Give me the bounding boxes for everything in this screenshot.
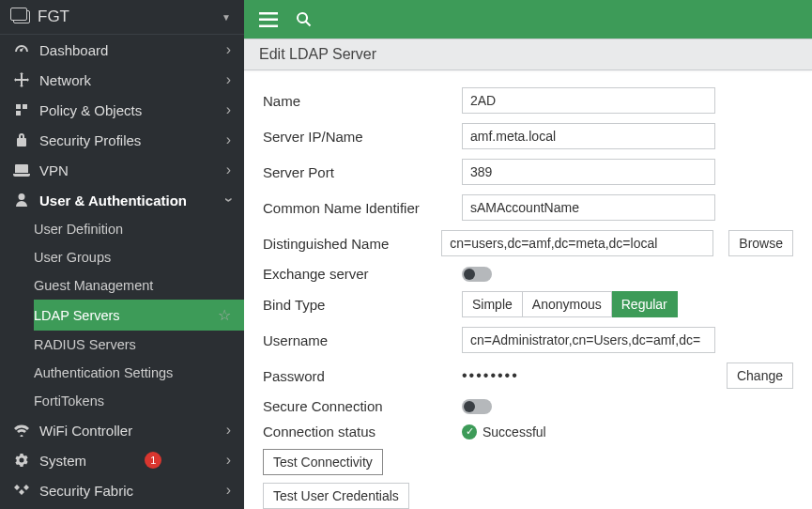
wifi-icon [13, 424, 30, 437]
label-server-port: Server Port [263, 164, 462, 180]
chevron-right-icon: › [226, 482, 231, 499]
sidebar-item-policy[interactable]: Policy & Objects › [0, 95, 244, 125]
connection-status-text: Successful [483, 424, 546, 440]
sidebar-item-label: Policy & Objects [39, 102, 142, 118]
sidebar-item-label: System [39, 453, 86, 469]
browse-button[interactable]: Browse [728, 230, 793, 256]
notification-badge: 1 [145, 452, 161, 469]
test-connectivity-button[interactable]: Test Connectivity [263, 449, 383, 475]
sidebar-item-radius-servers[interactable]: RADIUS Servers [34, 331, 244, 359]
label-bind-type: Bind Type [263, 297, 462, 313]
sidebar-item-system[interactable]: System 1 › [0, 445, 244, 475]
sidebar-item-label: LDAP Servers [34, 308, 120, 323]
brand-name: FGT [38, 8, 69, 26]
success-icon: ✓ [462, 424, 477, 440]
connection-status: ✓ Successful [462, 424, 546, 440]
laptop-icon [13, 163, 30, 177]
sidebar: FGT ▼ Dashboard › Network › [0, 0, 244, 509]
bind-type-simple[interactable]: Simple [462, 291, 523, 317]
lock-icon [13, 132, 30, 147]
sidebar-item-label: Security Fabric [39, 483, 133, 499]
sidebar-menu: Dashboard › Network › Policy & Objects › [0, 35, 244, 509]
sidebar-item-label: VPN [39, 162, 69, 178]
objects-icon [13, 102, 30, 117]
label-cn-identifier: Common Name Identifier [263, 200, 462, 216]
label-username: Username [263, 332, 462, 348]
sidebar-item-network[interactable]: Network › [0, 65, 244, 95]
sidebar-item-label: User Groups [34, 250, 111, 265]
label-connection-status: Connection status [263, 424, 462, 440]
search-icon[interactable] [295, 10, 314, 29]
exchange-server-toggle[interactable] [462, 267, 492, 282]
chevron-right-icon: › [226, 41, 231, 58]
sidebar-item-security-profiles[interactable]: Security Profiles › [0, 125, 244, 155]
chevron-right-icon: › [226, 422, 231, 439]
chevron-down-icon: › [220, 197, 237, 202]
label-server-ip: Server IP/Name [263, 129, 462, 145]
name-input[interactable] [462, 87, 715, 114]
sidebar-item-label: Network [39, 72, 91, 88]
move-icon [13, 72, 30, 87]
sidebar-item-label: User & Authentication [39, 193, 187, 208]
hamburger-icon[interactable] [259, 12, 278, 27]
test-user-credentials-button[interactable]: Test User Credentials [263, 483, 409, 509]
label-name: Name [263, 93, 462, 109]
chevron-right-icon: › [226, 131, 231, 148]
sidebar-item-wifi-controller[interactable]: WiFi Controller › [0, 415, 244, 445]
sidebar-item-guest-management[interactable]: Guest Management [34, 271, 244, 300]
sidebar-item-label: WiFi Controller [39, 423, 132, 439]
fabric-icon [13, 483, 30, 498]
label-distinguished-name: Distinguished Name [263, 236, 441, 252]
username-input[interactable] [462, 327, 715, 353]
password-mask: •••••••• [462, 367, 719, 384]
brand-bar[interactable]: FGT ▼ [0, 0, 244, 35]
label-exchange-server: Exchange server [263, 266, 462, 282]
sidebar-item-security-fabric[interactable]: Security Fabric › [0, 475, 244, 505]
chevron-right-icon: › [226, 452, 231, 469]
change-password-button[interactable]: Change [727, 362, 793, 389]
sidebar-item-label: Authentication Settings [34, 365, 173, 380]
star-icon: ☆ [218, 306, 231, 324]
caret-down-icon: ▼ [222, 12, 231, 23]
sidebar-item-fortitokens[interactable]: FortiTokens [34, 387, 244, 415]
sidebar-item-label: Security Profiles [39, 132, 141, 148]
gauge-icon [13, 42, 30, 57]
brand-icon [13, 10, 30, 23]
topbar [244, 0, 812, 39]
chevron-right-icon: › [226, 101, 231, 118]
sidebar-item-label: Dashboard [39, 42, 108, 58]
bind-type-anonymous[interactable]: Anonymous [523, 291, 612, 317]
bind-type-regular[interactable]: Regular [612, 291, 678, 317]
sidebar-item-label: FortiTokens [34, 393, 104, 409]
sidebar-item-user-auth[interactable]: User & Authentication › [0, 185, 244, 215]
bind-type-segmented: Simple Anonymous Regular [462, 291, 678, 317]
server-port-input[interactable] [462, 159, 715, 185]
page-title: Edit LDAP Server [244, 39, 812, 70]
user-icon [13, 193, 30, 208]
sidebar-item-vpn[interactable]: VPN › [0, 155, 244, 185]
secure-connection-toggle[interactable] [462, 399, 492, 414]
cn-identifier-input[interactable] [462, 194, 715, 221]
sidebar-item-user-definition[interactable]: User Definition [34, 215, 244, 243]
sidebar-item-dashboard[interactable]: Dashboard › [0, 35, 244, 65]
server-ip-input[interactable] [462, 123, 715, 149]
sidebar-item-label: RADIUS Servers [34, 337, 136, 352]
sidebar-item-ldap-servers[interactable]: LDAP Servers ☆ [34, 300, 244, 331]
chevron-right-icon: › [226, 71, 231, 88]
sidebar-item-label: Guest Management [34, 278, 153, 293]
main: Edit LDAP Server Name Server IP/Name Ser… [244, 0, 812, 509]
label-secure-connection: Secure Connection [263, 398, 462, 414]
sidebar-item-authentication-settings[interactable]: Authentication Settings [34, 359, 244, 387]
label-password: Password [263, 368, 462, 384]
sidebar-item-label: User Definition [34, 222, 123, 237]
sidebar-item-user-groups[interactable]: User Groups [34, 243, 244, 271]
gear-icon [13, 453, 30, 468]
form: Name Server IP/Name Server Port Common N… [244, 70, 812, 509]
chevron-right-icon: › [226, 162, 231, 178]
distinguished-name-input[interactable] [441, 230, 713, 256]
